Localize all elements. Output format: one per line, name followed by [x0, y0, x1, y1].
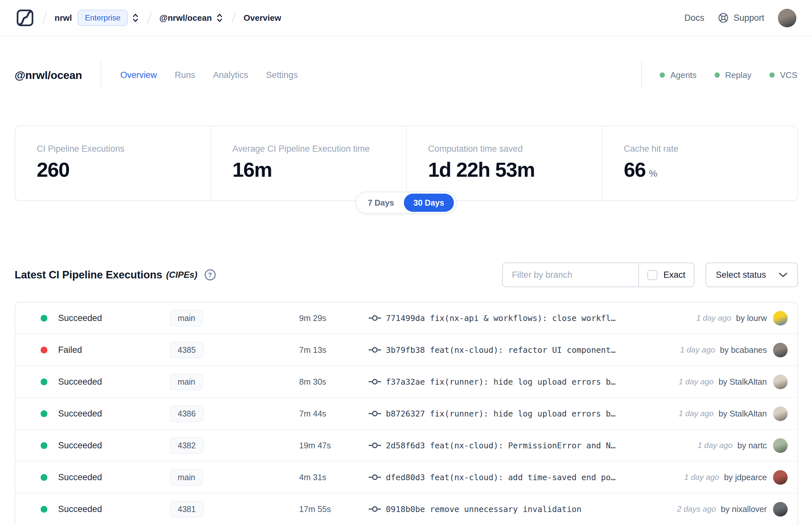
org-selector-icon[interactable]	[132, 13, 139, 23]
table-row[interactable]: Succeeded main 4m 31s dfed80d3 feat(nx-c…	[15, 462, 797, 494]
status-label: Failed	[58, 345, 82, 355]
stat-ci-pipeline-executions: CI Pipeline Executions 260	[15, 126, 211, 200]
help-icon[interactable]: ?	[205, 269, 216, 280]
nx-cloud-overview-page: nrwl Enterprise @nrwl/ocean Overview Doc…	[0, 0, 812, 525]
table-row[interactable]: Succeeded 4381 17m 55s 0918b0be remove u…	[15, 494, 797, 525]
relative-time: 1 day ago	[680, 345, 715, 355]
commit-message[interactable]: 771499da fix(nx-api & workflows): close …	[386, 314, 615, 323]
chevron-down-icon	[779, 272, 788, 278]
enterprise-badge: Enterprise	[78, 10, 127, 26]
status-label: Succeeded	[58, 313, 102, 323]
git-commit-icon	[368, 410, 381, 418]
author-avatar	[773, 406, 788, 421]
docs-link[interactable]: Docs	[684, 13, 704, 23]
support-link[interactable]: Support	[718, 12, 764, 24]
branch-badge[interactable]: 4381	[170, 501, 204, 518]
table-row[interactable]: Succeeded main 8m 30s f37a32ae fix(runne…	[15, 366, 797, 398]
commit-message[interactable]: 2d58f6d3 feat(nx-cloud): PermissionError…	[386, 441, 615, 450]
status-replay[interactable]: Replay	[715, 70, 752, 80]
workspace-selector-icon[interactable]	[216, 13, 224, 23]
duration: 4m 31s	[299, 473, 368, 482]
status-vcs[interactable]: VCS	[769, 70, 797, 80]
commit-author: by nixallover	[721, 505, 767, 514]
lifebuoy-icon	[718, 12, 729, 24]
author-avatar	[773, 502, 788, 516]
exact-checkbox[interactable]	[647, 270, 657, 280]
status-dot-icon	[41, 442, 47, 449]
git-commit-icon	[368, 314, 381, 322]
git-commit-icon	[368, 505, 381, 513]
table-row[interactable]: Failed 4385 7m 13s 3b79fb38 feat(nx-clou…	[15, 334, 797, 366]
user-avatar[interactable]	[778, 9, 796, 27]
tab-settings[interactable]: Settings	[266, 70, 298, 80]
branch-badge[interactable]: main	[170, 374, 203, 390]
exact-label: Exact	[663, 270, 685, 280]
tab-analytics[interactable]: Analytics	[213, 70, 248, 80]
author-avatar	[773, 375, 788, 389]
relative-time: 1 day ago	[679, 409, 714, 418]
tab-runs[interactable]: Runs	[175, 70, 195, 80]
breadcrumb-page: Overview	[244, 13, 281, 23]
branch-filter-input[interactable]	[503, 263, 638, 287]
commit-message[interactable]: 3b79fb38 feat(nx-cloud): refactor UI com…	[386, 345, 615, 355]
status-dot-icon	[41, 410, 47, 417]
commit-author: by StalkAltan	[718, 377, 767, 387]
author-avatar	[773, 438, 788, 453]
commit-message[interactable]: dfed80d3 feat(nx-cloud): add time-saved …	[386, 473, 615, 482]
relative-time: 1 day ago	[696, 314, 731, 322]
breadcrumb-workspace[interactable]: @nrwl/ocean	[159, 13, 212, 23]
status-dot-icon	[769, 73, 775, 78]
section-subtitle: (CIPEs)	[166, 270, 198, 280]
status-agents[interactable]: Agents	[660, 70, 697, 80]
commit-message[interactable]: b8726327 fix(runner): hide log upload er…	[386, 409, 615, 418]
breadcrumb-org[interactable]: nrwl	[55, 13, 72, 23]
author-avatar	[773, 470, 788, 485]
commit-author: by lourw	[736, 314, 767, 323]
table-row[interactable]: Succeeded 4386 7m 44s b8726327 fix(runne…	[15, 398, 797, 430]
divider	[101, 61, 101, 89]
percent-suffix: %	[649, 168, 658, 179]
branch-badge[interactable]: 4382	[170, 437, 204, 454]
workspace-title: @nrwl/ocean	[15, 69, 82, 81]
branch-badge[interactable]: main	[170, 310, 203, 327]
duration: 8m 30s	[299, 377, 368, 387]
git-commit-icon	[368, 346, 381, 354]
branch-badge[interactable]: 4386	[170, 405, 204, 422]
status-label: Succeeded	[58, 472, 102, 482]
status-label: Succeeded	[58, 377, 102, 387]
stat-cache-hit-rate: Cache hit rate 66%	[602, 126, 798, 200]
tab-overview[interactable]: Overview	[120, 70, 157, 80]
relative-time: 1 day ago	[679, 377, 714, 386]
top-navbar: nrwl Enterprise @nrwl/ocean Overview Doc…	[0, 0, 812, 36]
commit-message[interactable]: 0918b0be remove unnecessary invalidation	[386, 505, 581, 514]
duration: 17m 55s	[299, 505, 368, 514]
table-row[interactable]: Succeeded main 9m 29s 771499da fix(nx-ap…	[15, 302, 797, 334]
status-dot-icon	[41, 347, 47, 354]
table-filters: Exact Select status	[502, 262, 798, 287]
table-row[interactable]: Succeeded 4382 19m 47s 2d58f6d3 feat(nx-…	[15, 430, 797, 462]
git-commit-icon	[368, 441, 381, 449]
status-dot-icon	[715, 73, 720, 78]
duration: 9m 29s	[299, 314, 368, 323]
duration: 7m 44s	[299, 409, 368, 418]
status-label: Succeeded	[58, 409, 102, 419]
breadcrumb-slash	[232, 12, 236, 24]
range-7-days-button[interactable]: 7 Days	[358, 198, 404, 208]
status-label: Succeeded	[58, 504, 102, 514]
branch-badge[interactable]: main	[170, 469, 203, 486]
commit-message[interactable]: f37a32ae fix(runner): hide log upload er…	[386, 377, 615, 387]
select-status-dropdown[interactable]: Select status	[705, 262, 798, 287]
section-title: Latest CI Pipeline Executions	[15, 269, 163, 281]
git-commit-icon	[368, 473, 381, 481]
breadcrumb-slash	[42, 12, 46, 24]
status-dot-icon	[41, 378, 47, 385]
exact-match-toggle: Exact	[639, 263, 694, 287]
relative-time: 1 day ago	[698, 441, 733, 450]
nx-cloud-logo-icon[interactable]	[16, 9, 34, 27]
author-avatar	[773, 311, 788, 326]
workspace-header: @nrwl/ocean Overview Runs Analytics Sett…	[15, 60, 797, 90]
git-commit-icon	[368, 378, 381, 386]
range-30-days-button[interactable]: 30 Days	[404, 194, 454, 212]
branch-badge[interactable]: 4385	[170, 342, 204, 358]
commit-author: by bcabanes	[720, 345, 767, 355]
